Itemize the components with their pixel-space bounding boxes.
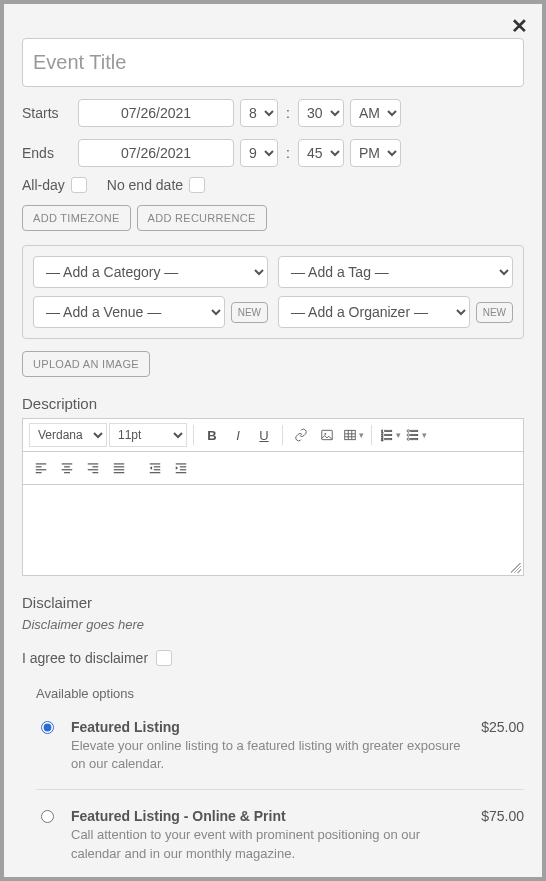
svg-rect-36 bbox=[154, 466, 160, 467]
option-radio[interactable] bbox=[41, 810, 54, 823]
time-colon: : bbox=[284, 145, 292, 161]
svg-point-15 bbox=[407, 434, 409, 436]
table-icon[interactable]: ▾ bbox=[341, 423, 365, 447]
ends-ampm-select[interactable]: PM bbox=[350, 139, 401, 167]
svg-rect-8 bbox=[384, 430, 391, 431]
rich-text-editor: Verdana 11pt B I U ▾ 123▾ ▾ bbox=[22, 418, 524, 576]
svg-point-1 bbox=[324, 433, 326, 435]
option-row: Featured Listing - Online & PrintCall at… bbox=[36, 790, 524, 879]
ends-label: Ends bbox=[22, 145, 72, 161]
svg-rect-42 bbox=[176, 472, 187, 473]
ends-hour-select[interactable]: 9 bbox=[240, 139, 278, 167]
svg-rect-33 bbox=[114, 469, 125, 470]
svg-rect-20 bbox=[36, 466, 42, 467]
ends-minute-select[interactable]: 45 bbox=[298, 139, 344, 167]
time-colon: : bbox=[284, 105, 292, 121]
underline-icon[interactable]: U bbox=[252, 423, 276, 447]
align-justify-icon[interactable] bbox=[107, 456, 131, 480]
svg-rect-10 bbox=[384, 434, 391, 435]
svg-rect-27 bbox=[88, 463, 99, 464]
svg-rect-19 bbox=[36, 463, 47, 464]
svg-text:3: 3 bbox=[381, 438, 383, 442]
option-title: Featured Listing - Online & Print bbox=[71, 808, 467, 824]
svg-rect-29 bbox=[88, 469, 99, 470]
option-desc: Elevate your online listing to a feature… bbox=[71, 737, 467, 773]
svg-rect-23 bbox=[62, 463, 73, 464]
starts-row: Starts 8 : 30 AM bbox=[22, 99, 524, 127]
outdent-icon[interactable] bbox=[143, 456, 167, 480]
starts-minute-select[interactable]: 30 bbox=[298, 99, 344, 127]
svg-rect-41 bbox=[180, 469, 186, 470]
link-icon[interactable] bbox=[289, 423, 313, 447]
ends-date-input[interactable] bbox=[78, 139, 234, 167]
svg-point-17 bbox=[407, 438, 409, 440]
svg-rect-32 bbox=[114, 466, 125, 467]
svg-rect-21 bbox=[36, 469, 47, 470]
starts-ampm-select[interactable]: AM bbox=[350, 99, 401, 127]
add-timezone-button[interactable]: ADD TIMEZONE bbox=[22, 205, 131, 231]
svg-rect-25 bbox=[62, 469, 73, 470]
new-organizer-button[interactable]: NEW bbox=[476, 302, 513, 323]
align-center-icon[interactable] bbox=[55, 456, 79, 480]
starts-hour-select[interactable]: 8 bbox=[240, 99, 278, 127]
svg-rect-14 bbox=[410, 430, 417, 431]
category-select[interactable]: — Add a Category — bbox=[33, 256, 268, 288]
svg-rect-26 bbox=[64, 472, 70, 473]
align-left-icon[interactable] bbox=[29, 456, 53, 480]
bold-icon[interactable]: B bbox=[200, 423, 224, 447]
description-label: Description bbox=[22, 395, 524, 412]
align-right-icon[interactable] bbox=[81, 456, 105, 480]
svg-rect-40 bbox=[180, 466, 186, 467]
allday-label: All-day bbox=[22, 177, 65, 193]
font-size-select[interactable]: 11pt bbox=[109, 423, 187, 447]
unordered-list-icon[interactable]: ▾ bbox=[404, 423, 428, 447]
noend-checkbox[interactable] bbox=[189, 177, 205, 193]
editor-textarea[interactable] bbox=[23, 485, 523, 575]
svg-rect-31 bbox=[114, 463, 125, 464]
svg-rect-39 bbox=[176, 463, 187, 464]
svg-point-13 bbox=[407, 430, 409, 432]
upload-image-button[interactable]: UPLOAD AN IMAGE bbox=[22, 351, 150, 377]
options-block: Available options Featured ListingElevat… bbox=[22, 686, 524, 881]
option-price: $25.00 bbox=[481, 719, 524, 735]
ordered-list-icon[interactable]: 123▾ bbox=[378, 423, 402, 447]
organizer-select[interactable]: — Add a Organizer — bbox=[278, 296, 470, 328]
indent-icon[interactable] bbox=[169, 456, 193, 480]
add-recurrence-button[interactable]: ADD RECURRENCE bbox=[137, 205, 267, 231]
svg-rect-12 bbox=[384, 439, 391, 440]
svg-rect-16 bbox=[410, 434, 417, 435]
svg-rect-24 bbox=[64, 466, 70, 467]
tag-select[interactable]: — Add a Tag — bbox=[278, 256, 513, 288]
svg-rect-37 bbox=[154, 469, 160, 470]
venue-select[interactable]: — Add a Venue — bbox=[33, 296, 225, 328]
agree-checkbox[interactable] bbox=[156, 650, 172, 666]
resize-grip-icon[interactable] bbox=[511, 563, 521, 573]
event-title-input[interactable] bbox=[22, 38, 524, 87]
svg-rect-35 bbox=[150, 463, 161, 464]
new-venue-button[interactable]: NEW bbox=[231, 302, 268, 323]
svg-text:2: 2 bbox=[381, 434, 383, 438]
option-radio[interactable] bbox=[41, 721, 54, 734]
svg-rect-22 bbox=[36, 472, 42, 473]
option-desc: Call attention to your event with promin… bbox=[71, 826, 467, 862]
starts-label: Starts bbox=[22, 105, 72, 121]
image-icon[interactable] bbox=[315, 423, 339, 447]
noend-label: No end date bbox=[107, 177, 183, 193]
agree-label: I agree to disclaimer bbox=[22, 650, 148, 666]
starts-date-input[interactable] bbox=[78, 99, 234, 127]
taxonomy-box: — Add a Category — — Add a Tag — — Add a… bbox=[22, 245, 524, 339]
disclaimer-text: Disclaimer goes here bbox=[22, 617, 524, 632]
font-family-select[interactable]: Verdana bbox=[29, 423, 107, 447]
svg-rect-34 bbox=[114, 472, 125, 473]
option-row: Featured ListingElevate your online list… bbox=[36, 701, 524, 790]
svg-rect-38 bbox=[150, 472, 161, 473]
italic-icon[interactable]: I bbox=[226, 423, 250, 447]
svg-rect-30 bbox=[92, 472, 98, 473]
close-icon[interactable]: ✕ bbox=[511, 14, 528, 38]
svg-rect-18 bbox=[410, 439, 417, 440]
svg-rect-28 bbox=[92, 466, 98, 467]
option-price: $75.00 bbox=[481, 808, 524, 824]
ends-row: Ends 9 : 45 PM bbox=[22, 139, 524, 167]
allday-checkbox[interactable] bbox=[71, 177, 87, 193]
event-modal: ✕ Starts 8 : 30 AM Ends 9 : 45 PM All-da… bbox=[0, 0, 546, 881]
